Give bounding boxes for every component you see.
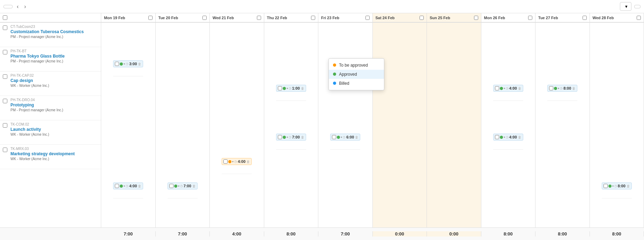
task-checkbox-3[interactable] [3, 99, 7, 103]
chevron-icon-wed28-5[interactable]: ▾ [612, 185, 614, 188]
day-label-tue20: Tue 20 Feb [158, 16, 178, 20]
dropdown-item-billed[interactable]: Billed [329, 79, 384, 88]
chevron-icon-mon19-0[interactable]: ▾ [124, 62, 125, 66]
task-checkbox-2[interactable] [3, 74, 7, 79]
entry-cb-tue27-1[interactable] [549, 86, 553, 90]
day-checkbox-tue27[interactable] [583, 16, 587, 20]
header-day-thu22: Thu 22 Feb [264, 13, 319, 22]
task-info-2: PH-TK-CAP.02Cap designWK - Worker (Acme … [10, 72, 101, 96]
entry-cb-thu22-1[interactable] [278, 86, 282, 90]
totals-cell-thu22: 8:00 [264, 231, 319, 237]
task-name-1[interactable]: Pharma Tokyo Glass Bottle [10, 54, 99, 59]
prev-arrow-button[interactable]: ‹ [15, 3, 20, 10]
delete-icon-thu22-1[interactable]: 🗑 [301, 87, 304, 90]
task-checkbox-0[interactable] [3, 25, 7, 30]
entry-cb-fri23-3[interactable] [332, 135, 336, 139]
entry-cb-thu22-3[interactable] [278, 135, 282, 139]
time-entry-mon26-1[interactable]: ▾◷4:00🗑 [493, 85, 523, 92]
delete-icon-thu22-3[interactable]: 🗑 [301, 135, 304, 139]
delete-icon-tue20-5[interactable]: 🗑 [192, 184, 196, 188]
task-row-0: CT-TubCosm23Customization Tuberosa Cosme… [0, 23, 101, 47]
task-checkbox-1[interactable] [3, 50, 7, 54]
status-dot-thu22-1 [283, 87, 286, 90]
time-entry-thu22-1[interactable]: ▾◷1:00🗑 [276, 85, 306, 92]
chevron-icon-mon26-3[interactable]: ▾ [504, 136, 505, 139]
task-name-5[interactable]: Marketing strategy development [10, 151, 99, 156]
delete-icon-mon26-3[interactable]: 🗑 [518, 135, 521, 139]
chevron-icon-thu22-1[interactable]: ▾ [287, 87, 288, 90]
chevron-icon-tue20-5[interactable]: ▾ [178, 185, 179, 188]
chevron-icon-fri23-3[interactable]: ▾ [341, 136, 342, 139]
day-col-wed28: ▾◷8:00🗑 [590, 23, 644, 227]
delete-icon-wed28-5[interactable]: 🗑 [627, 184, 630, 188]
entry-cb-mon19-0[interactable] [115, 62, 119, 66]
settings-button[interactable] [634, 5, 641, 8]
dropdown-item-to-be-approved[interactable]: To be approved [329, 61, 384, 70]
time-entry-mon19-0[interactable]: ▾◷3:00🗑 [113, 60, 143, 67]
time-entry-thu22-3[interactable]: ▾◷7:00🗑 [276, 134, 306, 141]
grid-header-row: Mon 19 FebTue 20 FebWed 21 FebThu 22 Feb… [0, 13, 644, 23]
cell-mon26-1: ▾◷4:00🗑 [493, 76, 523, 101]
chevron-icon-mon19-5[interactable]: ▾ [124, 185, 125, 188]
day-col-sat24 [373, 23, 427, 227]
entry-cb-mon26-3[interactable] [495, 135, 499, 139]
dropdown-item-approved[interactable]: Approved [329, 70, 384, 79]
task-checkbox-5[interactable] [3, 148, 7, 152]
day-checkbox-sat24[interactable] [420, 16, 424, 20]
time-entry-fri23-3[interactable]: ▾◷6:00🗑 [330, 134, 360, 141]
chevron-icon-wed21-4[interactable]: ▾ [232, 160, 234, 163]
day-checkbox-wed21[interactable] [257, 16, 261, 20]
chevron-icon-tue27-1[interactable]: ▾ [558, 87, 559, 90]
time-entry-wed28-5[interactable]: ▾◷8:00🗑 [602, 182, 632, 189]
entry-cb-wed21-4[interactable] [223, 159, 228, 164]
chevron-icon-mon26-1[interactable]: ▾ [504, 87, 505, 90]
next-arrow-button[interactable]: › [23, 3, 27, 10]
entry-cb-mon26-1[interactable] [495, 86, 499, 90]
cell-tue20-5: ▾◷7:00🗑 [168, 174, 198, 198]
day-checkbox-sun25[interactable] [474, 16, 478, 20]
hours-wed28-5: 8:00 [618, 184, 626, 188]
status-dot-tue27-1 [554, 87, 557, 90]
day-checkbox-fri23[interactable] [365, 16, 370, 20]
entry-cb-wed28-5[interactable] [604, 184, 608, 188]
hours-mon26-3: 4:00 [509, 135, 517, 139]
day-col-fri23: ▾◷1:00🗑To be approvedApprovedBilled▾◷6:0… [318, 23, 373, 227]
task-name-0[interactable]: Customization Tuberosa Cosmestics [10, 29, 99, 34]
entry-cb-mon19-5[interactable] [115, 184, 119, 188]
chevron-icon-thu22-3[interactable]: ▾ [287, 136, 288, 139]
task-checkbox-4[interactable] [3, 123, 7, 128]
day-checkbox-wed28[interactable] [637, 16, 641, 20]
totals-cell-wed21: 4:00 [210, 231, 264, 237]
time-entry-tue20-5[interactable]: ▾◷7:00🗑 [168, 182, 198, 189]
task-name-3[interactable]: Prototyping [10, 103, 99, 107]
hours-thu22-1: 1:00 [292, 86, 300, 90]
time-entry-mon19-5[interactable]: ▾◷4:00🗑 [113, 182, 143, 189]
day-checkbox-mon26[interactable] [528, 16, 532, 20]
row-check-1 [0, 47, 10, 71]
delete-icon-fri23-3[interactable]: 🗑 [355, 135, 358, 139]
time-entry-mon26-3[interactable]: ▾◷4:00🗑 [493, 134, 523, 141]
weeks-selector-button[interactable]: ▾ [620, 2, 631, 11]
select-all-checkbox[interactable] [3, 15, 7, 20]
task-name-4[interactable]: Launch activity [10, 127, 99, 132]
delete-icon-tue27-1[interactable]: 🗑 [572, 87, 576, 90]
delete-icon-mon19-5[interactable]: 🗑 [138, 184, 141, 188]
day-col-tue27: ▾◷8:00🗑 [535, 23, 590, 227]
time-entry-wed21-4[interactable]: ▾◷4:00🗑 [222, 158, 252, 165]
time-entry-tue27-1[interactable]: ▾◷8:00🗑 [547, 85, 577, 92]
totals-cell-sat24: 0:00 [373, 231, 427, 237]
day-checkbox-tue20[interactable] [202, 16, 207, 20]
day-checkbox-mon19[interactable] [148, 16, 153, 20]
today-button[interactable] [3, 5, 13, 8]
entry-cb-tue20-5[interactable] [169, 184, 173, 188]
delete-icon-mon19-0[interactable]: 🗑 [138, 62, 141, 66]
status-dot-fri23-3 [337, 136, 340, 139]
delete-icon-mon26-1[interactable]: 🗑 [518, 87, 521, 90]
hours-thu22-3: 7:00 [292, 135, 300, 139]
task-name-2[interactable]: Cap design [10, 78, 99, 83]
totals-row: 7:007:004:008:007:000:000:008:008:008:00 [0, 227, 644, 240]
delete-icon-wed21-4[interactable]: 🗑 [246, 160, 250, 164]
day-checkbox-thu22[interactable] [311, 16, 315, 20]
status-dropdown-fri23-0[interactable]: To be approvedApprovedBilled [328, 58, 384, 90]
cell-thu22-1: ▾◷1:00🗑 [276, 76, 306, 101]
